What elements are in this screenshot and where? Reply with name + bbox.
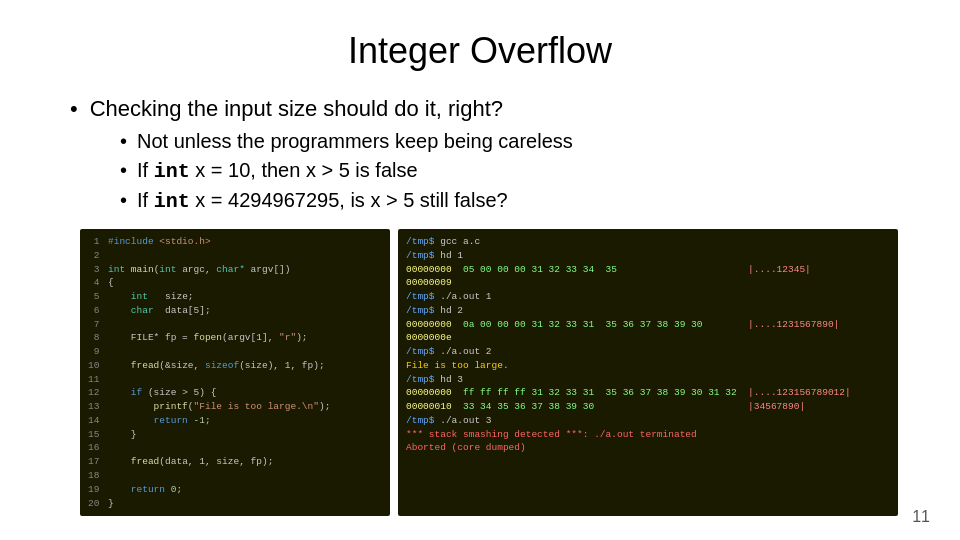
source-code-panel: 1#include <stdio.h> 2 3int main(int argc… bbox=[80, 229, 390, 516]
page-number: 11 bbox=[912, 508, 930, 526]
sub-bullet-3-text: If int x = 4294967295, is x > 5 still fa… bbox=[137, 189, 508, 213]
sub-bullet-1-text: Not unless the programmers keep being ca… bbox=[137, 130, 573, 153]
slide: Integer Overflow Checking the input size… bbox=[0, 0, 960, 540]
code-int-2: int bbox=[154, 190, 190, 213]
bullet-1: Checking the input size should do it, ri… bbox=[70, 96, 900, 122]
code-5-false: 5 is false bbox=[339, 159, 418, 181]
sub-bullet-3: If int x = 4294967295, is x > 5 still fa… bbox=[120, 189, 900, 213]
code-int-1: int bbox=[154, 160, 190, 183]
sub-bullet-2-text: If int x = 10, then x > 5 is false bbox=[137, 159, 418, 183]
main-bullets: Checking the input size should do it, ri… bbox=[70, 96, 900, 130]
code-area: 1#include <stdio.h> 2 3int main(int argc… bbox=[80, 229, 900, 516]
bullet-1-text: Checking the input size should do it, ri… bbox=[90, 96, 503, 122]
terminal-output-panel: /tmp$ gcc a.c /tmp$ hd 1 00000000 05 00 … bbox=[398, 229, 898, 516]
sub-bullets: Not unless the programmers keep being ca… bbox=[120, 130, 900, 219]
sub-bullet-2: If int x = 10, then x > 5 is false bbox=[120, 159, 900, 183]
slide-title: Integer Overflow bbox=[60, 30, 900, 72]
sub-bullet-1: Not unless the programmers keep being ca… bbox=[120, 130, 900, 153]
